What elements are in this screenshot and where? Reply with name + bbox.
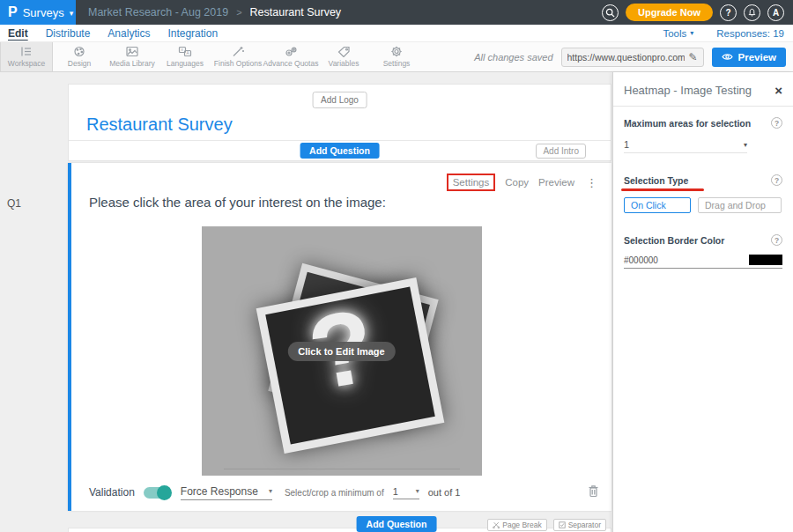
- annotation-red-underline: [621, 188, 704, 191]
- drag-and-drop-option[interactable]: Drag and Drop: [698, 197, 782, 213]
- breadcrumb: Market Research - Aug 2019 > Restaurant …: [76, 0, 602, 25]
- toolbar-item-media-library[interactable]: Media Library: [106, 42, 159, 71]
- app-menu[interactable]: P Surveys ▾: [0, 0, 76, 25]
- click-to-edit-image-button[interactable]: Click to Edit Image: [287, 342, 395, 361]
- tab-integration[interactable]: Integration: [167, 27, 218, 40]
- toolbar-item-settings[interactable]: Settings: [370, 42, 423, 71]
- workspace-icon: [19, 46, 33, 57]
- border-color-label: Selection Border Color: [624, 235, 724, 246]
- border-color-field: Selection Border Color ?: [624, 234, 782, 246]
- help-circle-icon[interactable]: ?: [771, 234, 782, 246]
- account-avatar[interactable]: A: [767, 4, 784, 21]
- responses-count[interactable]: Responses: 19: [716, 28, 784, 39]
- survey-title[interactable]: Restaurant Survey: [86, 115, 233, 135]
- question-text[interactable]: Please click the area of your interest o…: [89, 195, 386, 210]
- minimum-value-dropdown[interactable]: 1 ▾: [393, 486, 419, 499]
- help-circle-icon[interactable]: ?: [771, 174, 782, 186]
- tools-dropdown[interactable]: Tools ▾: [663, 28, 693, 39]
- search-button[interactable]: [602, 4, 619, 21]
- question-preview-button[interactable]: Preview: [538, 177, 574, 188]
- help-button[interactable]: ?: [720, 4, 737, 21]
- toolbar-item-advance-quotas[interactable]: Advance Quotas: [264, 42, 317, 71]
- design-palette-icon: [72, 46, 86, 57]
- on-click-option[interactable]: On Click: [624, 197, 691, 213]
- close-icon: ×: [774, 83, 782, 98]
- save-status: All changes saved: [474, 52, 552, 63]
- question-settings-button[interactable]: Settings: [447, 174, 496, 191]
- search-icon: [605, 8, 615, 18]
- max-areas-field: Maximum areas for selection ?: [624, 117, 782, 129]
- toggle-knob-icon: [157, 485, 172, 500]
- toolbar-item-workspace[interactable]: Workspace: [0, 42, 53, 71]
- tag-icon: [337, 46, 351, 57]
- tab-distribute[interactable]: Distribute: [46, 27, 91, 40]
- languages-icon: xA: [178, 46, 192, 57]
- color-swatch[interactable]: [749, 255, 782, 265]
- add-question-button-top[interactable]: Add Question: [300, 143, 380, 159]
- panel-header: Heatmap - Image Testing ×: [613, 72, 793, 107]
- out-of-text: out of 1: [428, 487, 461, 498]
- questionpro-logo-icon: P: [8, 4, 18, 20]
- svg-text:A: A: [187, 51, 189, 55]
- add-question-button-bottom[interactable]: Add Question: [357, 516, 437, 532]
- chevron-down-icon: ▾: [269, 487, 272, 495]
- scissors-icon: [493, 521, 500, 528]
- chevron-down-icon: ▾: [70, 9, 74, 18]
- add-intro-button[interactable]: Add Intro: [536, 144, 586, 159]
- trash-icon: [588, 484, 599, 498]
- chevron-down-icon: ▾: [744, 141, 747, 149]
- add-logo-button[interactable]: Add Logo: [312, 92, 367, 108]
- toolbar-item-variables[interactable]: Variables: [317, 42, 370, 71]
- separator-button[interactable]: Separator: [553, 519, 606, 531]
- tools-label: Tools: [663, 28, 686, 39]
- panel-title: Heatmap - Image Testing: [624, 84, 752, 97]
- avatar-initial: A: [773, 8, 779, 18]
- upgrade-button[interactable]: Upgrade Now: [626, 4, 713, 21]
- help-icon: ?: [725, 8, 730, 18]
- validation-type-dropdown[interactable]: Force Response ▾: [181, 485, 272, 500]
- survey-url-box: ✎: [561, 48, 704, 67]
- validation-toggle[interactable]: [144, 487, 170, 499]
- border-color-input[interactable]: #000000: [624, 255, 782, 269]
- question-settings-panel: Heatmap - Image Testing × Maximum areas …: [612, 72, 793, 532]
- bell-icon: [747, 8, 757, 18]
- max-areas-label: Maximum areas for selection: [624, 118, 751, 129]
- topbar-actions: Upgrade Now ? A: [602, 0, 793, 25]
- notifications-button[interactable]: [744, 4, 760, 21]
- close-panel-button[interactable]: ×: [774, 84, 782, 97]
- question-card: Settings Copy Preview ⋮ Please click the…: [68, 163, 611, 511]
- selection-type-field: Selection Type ?: [624, 174, 782, 186]
- eye-icon: [722, 53, 733, 61]
- bottom-insert-buttons: Page Break Separator: [487, 519, 606, 531]
- minimum-select-text: Select/crop a minimum of: [285, 488, 384, 498]
- toolbar-right: All changes saved ✎ Preview: [474, 42, 793, 71]
- kebab-menu-icon[interactable]: ⋮: [584, 176, 599, 189]
- preview-button[interactable]: Preview: [712, 48, 786, 67]
- svg-text:x: x: [182, 48, 184, 52]
- placeholder-divider: [224, 469, 460, 469]
- section-tabs: Edit Distribute Analytics Integration To…: [0, 25, 793, 42]
- top-bar: P Surveys ▾ Market Research - Aug 2019 >…: [0, 0, 793, 25]
- validation-label: Validation: [89, 486, 135, 499]
- max-areas-select[interactable]: 1 ▾: [624, 139, 747, 153]
- toolbar-item-finish-options[interactable]: Finish Options: [211, 42, 264, 71]
- survey-url-input[interactable]: [567, 52, 686, 63]
- selection-type-label: Selection Type: [624, 175, 688, 186]
- breadcrumb-parent[interactable]: Market Research - Aug 2019: [88, 6, 228, 18]
- image-placeholder[interactable]: ? Click to Edit Image: [202, 226, 482, 476]
- tab-edit[interactable]: Edit: [8, 27, 28, 40]
- toolbar-item-languages[interactable]: xA Languages: [159, 42, 211, 71]
- delete-question-button[interactable]: [588, 484, 599, 500]
- edit-url-pencil-icon[interactable]: ✎: [688, 51, 697, 63]
- toolbar-item-design[interactable]: Design: [53, 42, 106, 71]
- app-menu-label: Surveys: [23, 6, 64, 19]
- add-question-strip: Add Question Add Intro: [69, 140, 611, 160]
- question-copy-button[interactable]: Copy: [505, 177, 529, 188]
- tab-analytics[interactable]: Analytics: [107, 27, 150, 40]
- page-break-button[interactable]: Page Break: [487, 519, 546, 531]
- gear-icon: [389, 46, 404, 57]
- panel-body: Maximum areas for selection ? 1 ▾ Select…: [613, 107, 793, 279]
- border-color-value: #000000: [624, 255, 658, 265]
- help-circle-icon[interactable]: ?: [771, 117, 782, 129]
- chevron-down-icon: ▾: [690, 29, 693, 37]
